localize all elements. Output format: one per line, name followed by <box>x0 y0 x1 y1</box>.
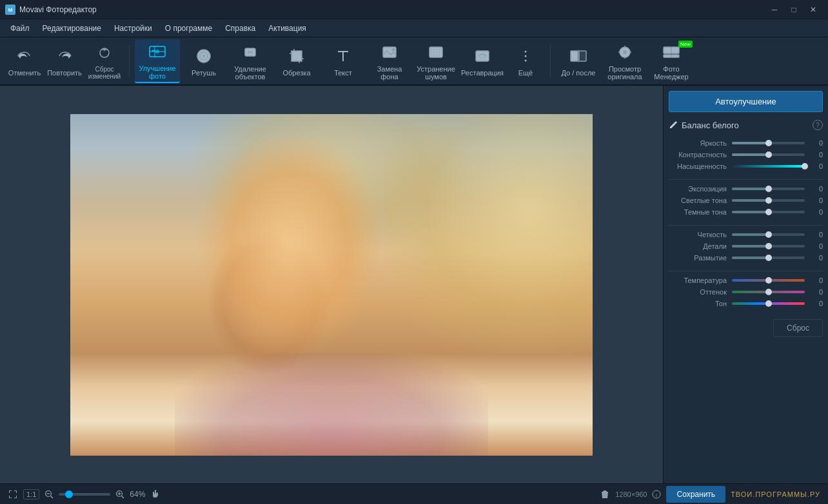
menu-help[interactable]: Справка <box>220 22 261 35</box>
crop-button[interactable]: Обрезка <box>274 39 319 83</box>
temperature-track[interactable] <box>732 279 805 282</box>
replace-bg-button[interactable]: Замена фона <box>367 39 412 83</box>
undo-label: Отменить <box>8 69 41 77</box>
zoom-slider[interactable] <box>59 493 110 496</box>
zoom-in-button[interactable] <box>115 490 124 499</box>
denoise-button[interactable]: Устранение шумов <box>413 39 458 83</box>
menu-file[interactable]: Файл <box>5 22 35 35</box>
shadows-value: 0 <box>810 208 823 216</box>
svg-rect-21 <box>476 51 489 61</box>
zoom-thumb[interactable] <box>65 490 73 498</box>
blur-row: Размытие 0 <box>669 254 823 262</box>
divider-1 <box>669 179 823 180</box>
exposure-label: Экспозиция <box>669 185 727 193</box>
details-track[interactable] <box>732 245 805 247</box>
pencil-icon <box>669 121 678 130</box>
divider-3 <box>669 271 823 271</box>
svg-rect-37 <box>671 55 679 57</box>
redo-label: Повторить <box>47 69 82 77</box>
maximize-button[interactable]: □ <box>784 0 803 19</box>
retouch-icon <box>193 46 214 66</box>
status-right: 1280×960 i Сохранить Твои.Программы.РУ <box>600 486 820 503</box>
section-title: Баланс белого <box>682 121 809 130</box>
remove-objects-label: Удаление объектов <box>229 65 271 81</box>
brightness-track[interactable] <box>732 142 805 144</box>
highlights-label: Светлые тона <box>669 197 727 204</box>
blur-track[interactable] <box>732 257 805 259</box>
crop-label: Обрезка <box>282 69 310 77</box>
reset-icon <box>94 43 115 63</box>
canvas-area[interactable] <box>0 86 663 483</box>
save-button[interactable]: Сохранить <box>666 486 725 503</box>
divider-2 <box>669 225 823 226</box>
temperature-row: Температура 0 <box>669 276 823 284</box>
toolbar-sep-1 <box>129 45 130 77</box>
svg-point-6 <box>155 50 159 53</box>
minimize-button[interactable]: ─ <box>765 0 784 19</box>
info-button[interactable]: i <box>652 490 661 499</box>
tone-value: 0 <box>810 300 823 307</box>
replace-bg-label: Замена фона <box>368 65 411 81</box>
more-button[interactable]: Ещё <box>506 39 545 83</box>
app-icon: M <box>5 5 15 15</box>
view-original-button[interactable]: Просмотр оригинала <box>602 39 647 83</box>
menu-edit[interactable]: Редактирование <box>37 22 106 35</box>
dress-area <box>175 353 488 456</box>
exposure-track[interactable] <box>732 188 805 190</box>
remove-objects-button[interactable]: Удаление объектов <box>228 39 273 83</box>
menu-about[interactable]: О программе <box>160 22 217 35</box>
restore-icon <box>472 46 493 66</box>
tint-row: Оттенок 0 <box>669 288 823 296</box>
enhance-button[interactable]: Улучшение фото <box>135 39 180 83</box>
brightness-label: Яркость <box>669 139 727 147</box>
temperature-value: 0 <box>810 276 823 284</box>
tint-track[interactable] <box>732 291 805 293</box>
restore-label: Реставрация <box>461 69 504 77</box>
before-after-button[interactable]: До / после <box>556 39 601 83</box>
slider-group-2: Экспозиция 0 Светлые тона 0 Темные тона <box>669 185 823 220</box>
highlights-track[interactable] <box>732 199 805 202</box>
svg-point-24 <box>525 59 527 61</box>
reset-button[interactable]: Сброс изменений <box>85 39 124 83</box>
clarity-value: 0 <box>810 231 823 238</box>
menu-activate[interactable]: Активация <box>263 22 311 35</box>
before-after-label: До / после <box>562 69 596 77</box>
highlights-row: Светлые тона 0 <box>669 197 823 204</box>
photo <box>70 114 593 456</box>
hand-icon <box>150 489 161 499</box>
svg-text:i: i <box>656 492 658 498</box>
undo-button[interactable]: Отменить <box>5 39 44 83</box>
auto-enhance-button[interactable]: Автоулучшение <box>669 91 823 112</box>
panel-reset-button[interactable]: Сброс <box>773 319 823 337</box>
fit-button[interactable] <box>8 489 18 499</box>
slider-group-3: Четкость 0 Детали 0 Размытие <box>669 231 823 266</box>
svg-rect-34 <box>664 47 671 53</box>
retouch-button[interactable]: Ретушь <box>181 39 226 83</box>
restore-button[interactable]: Реставрация <box>460 39 505 83</box>
help-button[interactable]: ? <box>813 120 823 130</box>
svg-rect-25 <box>571 51 578 61</box>
svg-rect-35 <box>671 47 679 53</box>
zoom-out-button[interactable] <box>44 490 54 499</box>
enhance-label: Улучшение фото <box>136 64 179 80</box>
text-button[interactable]: Текст <box>320 39 366 83</box>
photo-manager-button[interactable]: New Фото Менеджер <box>649 39 694 83</box>
svg-line-40 <box>51 496 54 498</box>
saturation-track[interactable] <box>732 165 805 168</box>
right-panel: Автоулучшение Баланс белого ? Яркость 0 … <box>663 86 828 483</box>
svg-line-44 <box>122 496 124 498</box>
close-button[interactable]: ✕ <box>803 0 823 19</box>
redo-button[interactable]: Повторить <box>45 39 84 83</box>
tone-track[interactable] <box>732 302 805 305</box>
shadows-track[interactable] <box>732 211 805 213</box>
hand-tool-button[interactable] <box>150 489 161 499</box>
delete-button[interactable] <box>600 489 610 499</box>
undo-group: Отменить Повторить Сброс изменений <box>5 39 124 83</box>
zoom-1-1-button[interactable]: 1:1 <box>23 489 39 499</box>
svg-point-9 <box>202 55 205 57</box>
hair-right <box>384 114 593 353</box>
menu-settings[interactable]: Настройки <box>109 22 157 35</box>
contrast-track[interactable] <box>732 153 805 156</box>
svg-point-23 <box>525 55 527 57</box>
clarity-track[interactable] <box>732 233 805 236</box>
